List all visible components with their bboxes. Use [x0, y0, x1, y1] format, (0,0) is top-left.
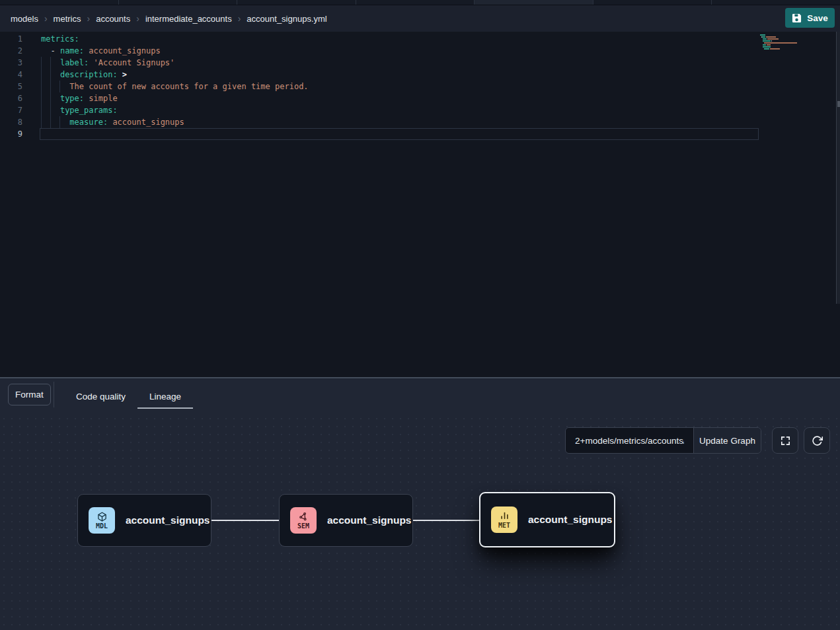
line-number: 5 — [0, 81, 22, 92]
lineage-filter-input[interactable] — [566, 428, 693, 453]
code-line[interactable]: measure: account_signups — [41, 116, 309, 128]
breadcrumb-separator-icon: › — [136, 13, 139, 24]
breadcrumb-item[interactable]: accounts — [96, 14, 130, 24]
save-button-label: Save — [807, 13, 828, 23]
refresh-button[interactable] — [804, 427, 830, 454]
save-icon — [792, 13, 802, 23]
lineage-edge — [413, 520, 479, 521]
breadcrumb-item[interactable]: intermediate_accounts — [145, 14, 232, 24]
semantic-model-badge-label: SEM — [297, 522, 309, 530]
metric-badge-label: MET — [498, 522, 510, 529]
top-file-tab[interactable] — [712, 0, 840, 5]
lineage-node-semantic-model[interactable]: SEM account_signups — [279, 494, 413, 547]
bottom-panel: Format Code quality Lineage Update Graph… — [0, 377, 840, 630]
code-line[interactable]: description: > — [41, 69, 309, 81]
line-number: 4 — [0, 69, 22, 81]
breadcrumb: models›metrics›accounts›intermediate_acc… — [11, 13, 327, 24]
top-file-tab[interactable] — [475, 0, 593, 5]
code-line[interactable]: type: simple — [41, 92, 309, 104]
line-number: 2 — [0, 45, 22, 57]
breadcrumb-separator-icon: › — [238, 13, 241, 24]
tab-code-quality[interactable]: Code quality — [64, 384, 137, 409]
metric-bar-chart-icon — [500, 511, 510, 521]
code-editor[interactable]: 123456789 metrics: - name: account_signu… — [0, 32, 840, 377]
lineage-node-model[interactable]: MDL account_signups — [77, 494, 211, 547]
lineage-node-metric[interactable]: MET account_signups — [479, 492, 615, 547]
line-number: 7 — [0, 104, 22, 116]
lineage-edge — [211, 520, 279, 521]
code-lines[interactable]: metrics: - name: account_signups label: … — [41, 33, 309, 140]
gutter: 123456789 — [0, 33, 22, 140]
breadcrumb-item[interactable]: metrics — [54, 14, 81, 24]
breadcrumb-separator-icon: › — [44, 13, 48, 24]
line-number: 3 — [0, 57, 22, 69]
tab-lineage[interactable]: Lineage — [137, 384, 193, 409]
code-line[interactable]: The count of new accounts for a given ti… — [41, 81, 309, 92]
model-icon — [97, 512, 107, 522]
code-line[interactable]: - name: account_signups — [41, 45, 309, 57]
scrollbar-thumb[interactable] — [837, 101, 840, 107]
node-label: account_signups — [327, 514, 411, 526]
line-number: 1 — [0, 33, 22, 45]
top-file-tab[interactable] — [119, 0, 238, 5]
minimap[interactable] — [760, 34, 802, 52]
top-file-tab[interactable] — [356, 0, 475, 5]
breadcrumb-separator-icon: › — [87, 13, 90, 24]
lineage-filter-group: Update Graph — [565, 427, 761, 454]
top-file-tab[interactable] — [593, 0, 712, 5]
line-number: 9 — [0, 128, 22, 140]
save-button[interactable]: Save — [785, 8, 835, 28]
code-line[interactable]: metrics: — [41, 33, 309, 45]
top-file-tab[interactable] — [237, 0, 356, 5]
node-label: account_signups — [126, 514, 210, 526]
node-label: account_signups — [528, 514, 612, 526]
update-graph-button[interactable]: Update Graph — [693, 428, 761, 453]
breadcrumb-bar: models›metrics›accounts›intermediate_acc… — [0, 5, 840, 32]
refresh-icon — [812, 435, 823, 446]
panel-tabs: Code quality Lineage — [64, 384, 193, 409]
editor-scrollbar[interactable] — [836, 32, 840, 304]
semantic-model-icon — [299, 512, 309, 522]
model-badge-label: MDL — [96, 522, 108, 530]
code-line[interactable]: label: 'Account Signups' — [41, 57, 309, 69]
minimap-line — [760, 50, 802, 52]
fullscreen-button[interactable] — [772, 427, 798, 454]
breadcrumb-item[interactable]: account_signups.yml — [247, 14, 326, 24]
panel-divider — [54, 382, 54, 407]
code-line[interactable]: type_params: — [41, 104, 309, 116]
top-file-tab[interactable] — [0, 0, 119, 5]
line-number: 6 — [0, 92, 22, 104]
format-button[interactable]: Format — [8, 384, 51, 405]
fullscreen-icon — [780, 435, 791, 446]
model-badge: MDL — [89, 507, 115, 534]
breadcrumb-item[interactable]: models — [11, 14, 38, 24]
semantic-model-badge: SEM — [290, 507, 317, 534]
code-line[interactable] — [41, 128, 309, 140]
line-number: 8 — [0, 116, 22, 128]
top-tab-strip — [0, 0, 840, 5]
metric-badge: MET — [491, 507, 517, 533]
